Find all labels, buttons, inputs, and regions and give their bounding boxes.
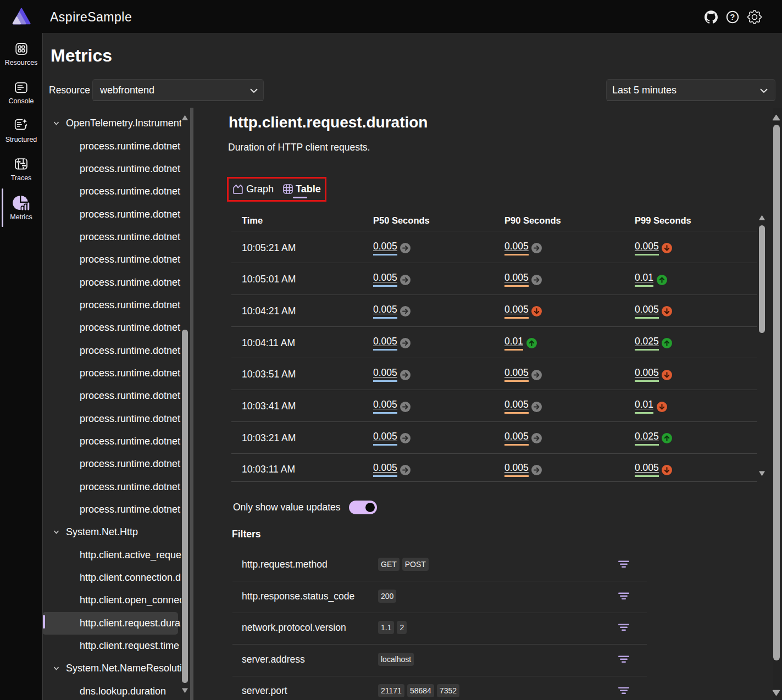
svg-text:?: ? — [730, 13, 735, 21]
